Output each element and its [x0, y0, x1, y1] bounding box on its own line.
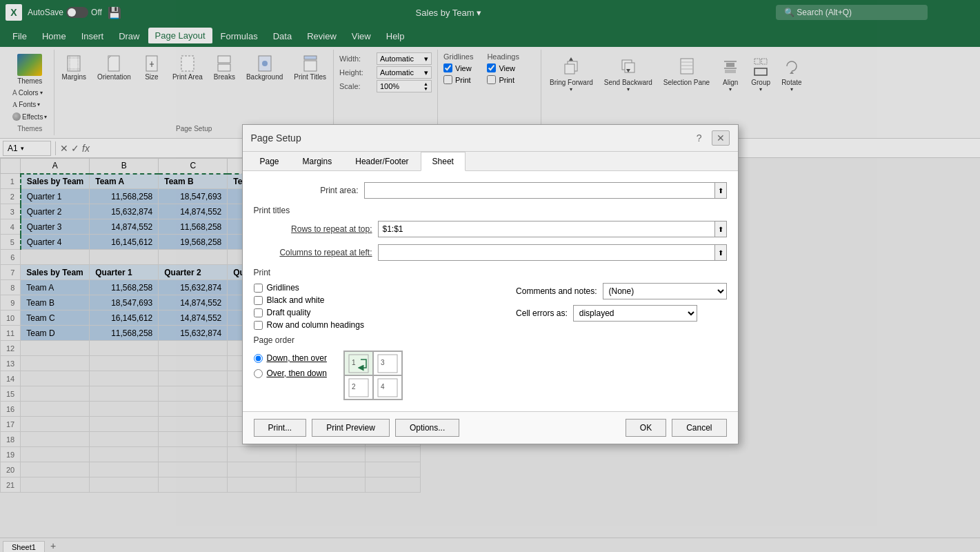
print-area-label: Print area:	[254, 186, 364, 195]
rows-top-input-container: ⬆	[378, 221, 727, 237]
dialog-tabs: Page Margins Header/Footer Sheet	[243, 152, 738, 171]
draft-quality-check-label: Draft quality	[267, 308, 311, 317]
po-cell-2: 3	[373, 351, 402, 375]
rows-top-row: Rows to repeat at top: ⬆	[254, 221, 727, 237]
gridlines-check-label: Gridlines	[267, 283, 299, 293]
page-order-options: Down, then over Over, then down	[254, 351, 727, 400]
row-col-headings-check-row[interactable]: Row and column headings	[254, 320, 489, 330]
draft-quality-check-row[interactable]: Draft quality	[254, 308, 489, 317]
dialog-controls: ? ✕	[692, 130, 730, 146]
print-area-collapse-button[interactable]: ⬆	[715, 182, 727, 199]
row-col-headings-check-label: Row and column headings	[267, 320, 364, 330]
svg-text:2: 2	[352, 383, 356, 391]
options-button[interactable]: Options...	[395, 419, 459, 437]
print-titles-section: Print titles Rows to repeat at top: ⬆ Co…	[254, 206, 727, 261]
print-preview-button[interactable]: Print Preview	[312, 419, 390, 437]
comments-row: Comments and notes: (None)	[516, 283, 726, 299]
rows-top-label: Rows to repeat at top:	[254, 224, 378, 234]
cell-errors-select[interactable]: displayed	[573, 305, 697, 322]
cols-left-input[interactable]	[378, 244, 715, 261]
ok-button[interactable]: OK	[626, 419, 666, 437]
tab-header-footer[interactable]: Header/Footer	[343, 152, 420, 171]
rows-top-collapse-button[interactable]: ⬆	[715, 221, 727, 237]
black-white-check-row[interactable]: Black and white	[254, 295, 489, 305]
svg-text:4: 4	[381, 383, 385, 391]
print-section: Print Gridlines Black and white	[254, 268, 727, 330]
svg-text:1: 1	[352, 359, 356, 366]
page-order-diagram: 1 3	[343, 351, 403, 400]
page-order-section: Page order Down, then over Over, then do…	[254, 335, 727, 400]
page-setup-dialog: Page Setup ? ✕ Page Margins Header/Foote…	[242, 124, 739, 444]
cell-errors-row: Cell errors as: displayed	[516, 305, 726, 322]
print-options-container: Gridlines Black and white Draft quality	[254, 283, 727, 330]
cols-left-label: Columns to repeat at left:	[254, 248, 378, 257]
print-area-row: Print area: ⬆	[254, 182, 727, 199]
print-button[interactable]: Print...	[254, 419, 307, 437]
dialog-title-bar: Page Setup ? ✕	[243, 125, 738, 152]
row-col-headings-checkbox[interactable]	[254, 321, 263, 330]
gridlines-check-row[interactable]: Gridlines	[254, 283, 489, 293]
print-area-input[interactable]	[364, 182, 715, 199]
dialog-help-button[interactable]: ?	[692, 131, 706, 145]
print-section-label: Print	[254, 268, 727, 277]
po-cell-4: 4	[373, 375, 402, 400]
cols-left-input-container: ⬆	[378, 244, 727, 261]
po-cell-1: 1	[344, 351, 373, 375]
over-then-down-row[interactable]: Over, then down	[254, 368, 327, 378]
print-titles-label: Print titles	[254, 206, 727, 215]
cols-left-row: Columns to repeat at left: ⬆	[254, 244, 727, 261]
page-order-label: Page order	[254, 335, 727, 345]
comments-select[interactable]: (None)	[603, 283, 727, 299]
comments-label: Comments and notes:	[516, 286, 597, 296]
page-order-radios: Down, then over Over, then down	[254, 353, 327, 378]
draft-quality-checkbox[interactable]	[254, 308, 263, 317]
black-white-checkbox[interactable]	[254, 296, 263, 305]
over-then-down-radio[interactable]	[254, 369, 263, 378]
down-then-over-radio[interactable]	[254, 354, 263, 363]
down-then-over-row[interactable]: Down, then over	[254, 353, 327, 363]
dialog-title: Page Setup	[251, 132, 301, 144]
cell-errors-label: Cell errors as:	[516, 308, 568, 318]
print-area-input-container: ⬆	[364, 182, 727, 199]
po-diagram-grid: 1 3	[343, 351, 403, 400]
print-right-options: Comments and notes: (None) Cell errors a…	[516, 283, 726, 330]
dialog-close-button[interactable]: ✕	[712, 130, 730, 146]
down-then-over-label: Down, then over	[267, 353, 327, 363]
rows-top-input[interactable]	[378, 221, 715, 237]
dialog-footer-left-buttons: Print... Print Preview Options...	[254, 419, 460, 437]
cols-left-collapse-button[interactable]: ⬆	[715, 244, 727, 261]
tab-page[interactable]: Page	[248, 152, 291, 171]
dialog-footer: Print... Print Preview Options... OK Can…	[243, 411, 738, 444]
dialog-overlay: Page Setup ? ✕ Page Margins Header/Foote…	[0, 0, 980, 552]
black-white-check-label: Black and white	[267, 295, 325, 305]
gridlines-checkbox[interactable]	[254, 284, 263, 293]
print-checkboxes: Gridlines Black and white Draft quality	[254, 283, 489, 330]
cancel-button[interactable]: Cancel	[672, 419, 726, 437]
dialog-body: Print area: ⬆ Print titles Rows to repea…	[243, 171, 738, 411]
over-then-down-label: Over, then down	[267, 368, 327, 378]
po-cell-3: 2	[344, 375, 373, 400]
tab-sheet[interactable]: Sheet	[421, 152, 466, 171]
tab-margins[interactable]: Margins	[291, 152, 344, 171]
svg-text:3: 3	[381, 359, 385, 366]
